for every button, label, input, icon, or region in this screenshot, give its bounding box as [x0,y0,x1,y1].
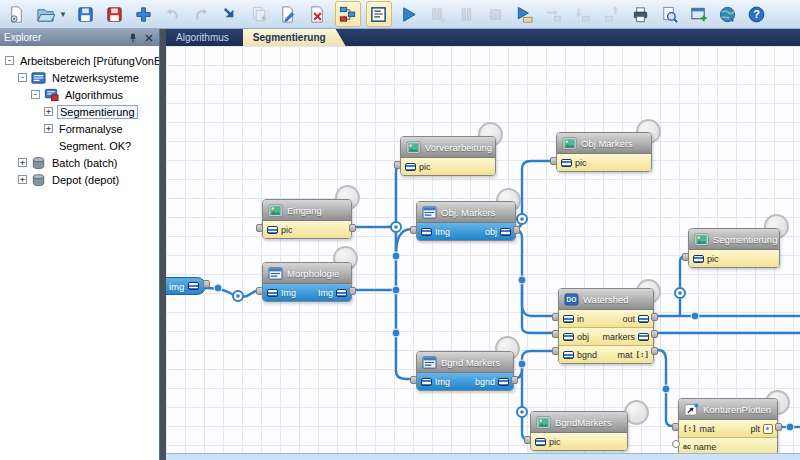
toolbar-new-file-button[interactable] [4,2,28,26]
toolbar-save-red-button[interactable] [103,2,127,26]
toolbar-open-dropdown[interactable]: ▼ [59,10,67,19]
node-header: KonturenPlotten [679,399,777,420]
node-row: pic [689,250,779,267]
input-port[interactable] [550,157,557,165]
tree-item-algorithmus[interactable]: -Algorithmus [0,86,159,103]
input-port[interactable] [672,440,680,448]
input-port[interactable] [552,347,559,355]
node-eingang[interactable]: Eingang pic [262,199,350,239]
tree-item-arbeitsbereich-pr-fungvonbieget[interactable]: -Arbeitsbereich [PrüfungVonBieget [0,52,159,69]
input-port-label: obj [577,332,589,342]
output-port[interactable] [349,224,356,232]
output-port[interactable] [651,313,658,321]
toolbar-play-doc-button[interactable] [513,2,537,26]
node-title: Morphologie [287,268,339,279]
node-watershed[interactable]: Watershed inoutobjmarkersbgndmat[:] [558,288,652,364]
image-port-icon [563,333,574,341]
input-port[interactable] [524,436,531,444]
image-port-icon [535,438,546,446]
wire [204,288,258,297]
tree-expander-minus[interactable]: - [31,90,40,99]
wire-junction-dot [662,385,670,393]
input-port[interactable] [410,376,417,384]
application-window: ▼ Explorer -Arbeitsbereich [PrüfungVonBi… [0,0,800,460]
node-konturen-plotten[interactable]: KonturenPlotten [:]matpltacname [678,398,776,456]
output-port[interactable] [511,376,518,384]
input-port[interactable] [394,161,401,169]
toolbar-print-preview-button[interactable] [658,2,682,26]
input-port[interactable] [672,423,679,431]
tree-expander-minus[interactable]: - [5,56,14,65]
node-obj-markers-view[interactable]: Obj Markers pic [556,132,650,172]
input-port[interactable] [256,224,263,232]
output-port[interactable] [349,287,356,295]
node-row: Imgbgnd [417,373,513,390]
image-port-icon [638,315,649,323]
node-vorverarbeitung[interactable]: Vorverarbeitung pic [400,136,494,176]
node-bgnd-markers-view[interactable]: BgndMarkers pic [530,411,626,451]
node-bgnd-markers-proc[interactable]: Bgnd Markers Imgbgnd [416,351,512,391]
tree-item-segment-ok[interactable]: Segment. OK? [0,137,159,154]
database-icon [31,156,46,170]
toolbar-print-button[interactable] [629,2,653,26]
tree-expander-plus[interactable]: + [18,158,27,167]
copy-add-icon [250,5,269,24]
tree-item-formanalyse[interactable]: +Formanalyse [0,120,159,137]
toolbar-import-arrow-button[interactable] [219,2,243,26]
toolbar-play-button[interactable] [397,2,421,26]
node-header: Watershed [559,289,653,310]
toolbar-open-folder-button[interactable] [33,2,57,26]
tree-item-depot-depot[interactable]: +Depot (depot) [0,171,159,188]
toolbar-help-button[interactable] [745,2,769,26]
explorer-title-bar: Explorer [0,29,159,46]
tree-expander-plus[interactable]: + [18,175,27,184]
pause-step-icon [428,5,447,24]
close-icon[interactable] [143,32,155,44]
output-port[interactable] [513,226,520,234]
output-port-label: obj [485,227,497,237]
input-port[interactable] [552,313,559,321]
external-input-img[interactable]: img [166,277,206,295]
tree-item-batch-batch[interactable]: +Batch (batch) [0,154,159,171]
toolbar-save-button[interactable] [74,2,98,26]
output-port[interactable] [775,423,782,431]
tab-algorithmus[interactable]: Algorithmus [166,29,243,46]
tree-item-netzwerksysteme[interactable]: -Netzwerksysteme [0,69,159,86]
node-title: Obj Markers [581,138,633,149]
input-port[interactable] [410,226,417,234]
tree-item-segmentierung[interactable]: +Segmentierung [0,103,159,120]
external-input-port[interactable] [203,280,210,288]
node-segmentierung[interactable]: Segmentierung pic [688,228,778,268]
input-port[interactable] [682,253,689,261]
toolbar: ▼ [0,0,800,29]
node-row: [:]matplt [679,420,777,437]
tree-expander-plus[interactable]: + [44,124,53,133]
tab-segmentierung[interactable]: Segmentierung [243,29,346,46]
image-port-icon [561,159,572,167]
pin-icon[interactable] [127,32,139,44]
step-over-icon [544,5,563,24]
toolbar-doc-box-button[interactable] [366,1,392,27]
toolbar-new-window-button[interactable] [687,2,711,26]
toolbar-web-globe-button[interactable] [716,2,740,26]
toolbar-macro-flow-button[interactable] [335,1,361,27]
tree-expander-plus[interactable]: + [44,107,53,116]
node-morphologie[interactable]: Morphologie ImgImg [262,262,350,302]
proc-node-icon [268,267,283,280]
tree-expander-minus[interactable]: - [18,73,27,82]
viewer-node-icon [694,233,709,246]
input-port[interactable] [256,287,263,295]
toolbar-edit-page-button[interactable] [277,2,301,26]
output-port[interactable] [651,347,658,355]
toolbar-add-button[interactable] [132,2,156,26]
wire [522,364,526,439]
algorithm-icon [44,88,59,102]
flow-canvas[interactable]: Vorverarbeitung pic Obj Markers pic Eing… [166,46,800,460]
horizontal-scrollbar[interactable] [166,453,800,460]
node-obj-markers-proc[interactable]: Obj. Markers Imgobj [416,201,514,241]
input-port[interactable] [552,330,559,338]
toolbar-delete-page-button[interactable] [306,2,330,26]
output-port[interactable] [651,330,658,338]
explorer-title: Explorer [4,32,41,43]
wire-junction-ring-center [236,294,240,298]
